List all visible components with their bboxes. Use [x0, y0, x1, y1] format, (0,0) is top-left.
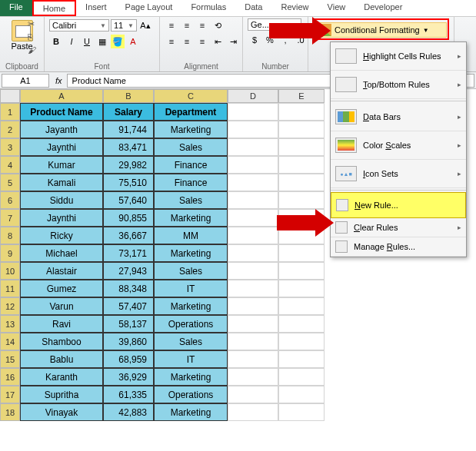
col-header[interactable]: E — [278, 89, 325, 103]
empty-cell[interactable] — [278, 191, 325, 209]
empty-cell[interactable] — [228, 350, 278, 368]
empty-cell[interactable] — [278, 333, 325, 350]
data-cell[interactable]: 29,982 — [103, 156, 154, 174]
tab-developer[interactable]: Developer — [355, 0, 411, 16]
name-box[interactable]: A1 — [2, 74, 49, 88]
data-cell[interactable]: 27,943 — [103, 262, 154, 280]
cut-icon[interactable]: ✂ — [28, 19, 38, 30]
empty-cell[interactable] — [228, 103, 278, 121]
data-cell[interactable]: Jaynthi — [20, 209, 103, 227]
fx-icon[interactable]: fx — [55, 76, 62, 85]
menu-manage-rules[interactable]: Manage Rules... — [331, 237, 466, 257]
empty-cell[interactable] — [278, 174, 325, 191]
row-header[interactable]: 5 — [0, 174, 20, 191]
menu-color-scales[interactable]: Color Scales▸ — [331, 131, 466, 160]
font-color-button[interactable]: A — [126, 35, 140, 48]
tab-data[interactable]: Data — [235, 0, 271, 16]
orientation-icon[interactable]: ⟲ — [211, 18, 225, 32]
data-cell[interactable]: 68,959 — [103, 350, 154, 368]
empty-cell[interactable] — [278, 315, 325, 333]
indent-dec-icon[interactable]: ⇤ — [211, 35, 225, 48]
empty-cell[interactable] — [278, 103, 325, 121]
font-name-combo[interactable]: Calibri▼ — [49, 19, 109, 32]
row-header[interactable]: 10 — [0, 262, 20, 280]
data-cell[interactable]: Sales — [154, 191, 228, 209]
tab-insert[interactable]: Insert — [76, 0, 116, 16]
col-header[interactable]: C — [154, 89, 228, 103]
empty-cell[interactable] — [228, 368, 278, 386]
empty-cell[interactable] — [228, 138, 278, 156]
data-cell[interactable]: Marketing — [154, 403, 228, 421]
menu-new-rule[interactable]: New Rule... — [331, 192, 466, 218]
data-cell[interactable]: Kamali — [20, 174, 103, 191]
empty-cell[interactable] — [278, 138, 325, 156]
menu-data-bars[interactable]: Data Bars▸ — [331, 103, 466, 131]
row-header[interactable]: 16 — [0, 368, 20, 386]
data-cell[interactable]: Ravi — [20, 315, 103, 333]
data-cell[interactable]: 83,471 — [103, 138, 154, 156]
font-size-combo[interactable]: 11▼ — [111, 19, 137, 32]
empty-cell[interactable] — [228, 227, 278, 244]
empty-cell[interactable] — [228, 191, 278, 209]
table-header[interactable]: Product Name — [20, 103, 103, 121]
empty-cell[interactable] — [228, 386, 278, 403]
empty-cell[interactable] — [278, 121, 325, 138]
row-header[interactable]: 13 — [0, 315, 20, 333]
empty-cell[interactable] — [228, 403, 278, 421]
empty-cell[interactable] — [278, 262, 325, 280]
row-header[interactable]: 2 — [0, 121, 20, 138]
indent-inc-icon[interactable]: ⇥ — [226, 35, 240, 48]
data-cell[interactable]: Alastair — [20, 262, 103, 280]
empty-cell[interactable] — [228, 174, 278, 191]
empty-cell[interactable] — [278, 350, 325, 368]
data-cell[interactable]: Jayanth — [20, 121, 103, 138]
data-cell[interactable]: 57,640 — [103, 191, 154, 209]
data-cell[interactable]: Sales — [154, 138, 228, 156]
data-cell[interactable]: 42,883 — [103, 403, 154, 421]
empty-cell[interactable] — [228, 262, 278, 280]
empty-cell[interactable] — [278, 297, 325, 315]
data-cell[interactable]: Vinayak — [20, 403, 103, 421]
data-cell[interactable]: IT — [154, 280, 228, 297]
data-cell[interactable]: Sales — [154, 262, 228, 280]
data-cell[interactable]: Karanth — [20, 368, 103, 386]
data-cell[interactable]: 91,744 — [103, 121, 154, 138]
row-header[interactable]: 15 — [0, 350, 20, 368]
menu-top-bottom[interactable]: Top/Bottom Rules▸ — [331, 71, 466, 99]
data-cell[interactable]: Operations — [154, 315, 228, 333]
align-top-icon[interactable]: ≡ — [165, 18, 178, 32]
row-header[interactable]: 14 — [0, 333, 20, 350]
empty-cell[interactable] — [228, 333, 278, 350]
data-cell[interactable]: Marketing — [154, 121, 228, 138]
tab-formulas[interactable]: Formulas — [181, 0, 235, 16]
data-cell[interactable]: 39,860 — [103, 333, 154, 350]
data-cell[interactable]: Ricky — [20, 227, 103, 244]
row-header[interactable]: 18 — [0, 403, 20, 421]
data-cell[interactable]: Gumez — [20, 280, 103, 297]
row-header[interactable]: 7 — [0, 209, 20, 227]
row-header[interactable]: 9 — [0, 244, 20, 262]
col-header[interactable]: A — [20, 89, 103, 103]
data-cell[interactable]: 36,667 — [103, 227, 154, 244]
row-header[interactable]: 8 — [0, 227, 20, 244]
empty-cell[interactable] — [228, 315, 278, 333]
format-painter-icon[interactable]: 🖌 — [28, 45, 38, 56]
data-cell[interactable]: Kumar — [20, 156, 103, 174]
empty-cell[interactable] — [278, 156, 325, 174]
align-center-icon[interactable]: ≡ — [180, 35, 194, 48]
grow-font-icon[interactable]: A▴ — [138, 18, 152, 32]
tab-page-layout[interactable]: Page Layout — [116, 0, 182, 16]
data-cell[interactable]: Operations — [154, 386, 228, 403]
row-header[interactable]: 4 — [0, 156, 20, 174]
data-cell[interactable]: Marketing — [154, 368, 228, 386]
data-cell[interactable]: 57,407 — [103, 297, 154, 315]
tab-home[interactable]: Home — [32, 0, 76, 16]
data-cell[interactable]: 88,348 — [103, 280, 154, 297]
empty-cell[interactable] — [228, 121, 278, 138]
data-cell[interactable]: Marketing — [154, 209, 228, 227]
row-header[interactable]: 17 — [0, 386, 20, 403]
data-cell[interactable]: Siddu — [20, 191, 103, 209]
empty-cell[interactable] — [228, 156, 278, 174]
fill-color-button[interactable]: 🪣 — [111, 35, 125, 48]
data-cell[interactable]: Varun — [20, 297, 103, 315]
